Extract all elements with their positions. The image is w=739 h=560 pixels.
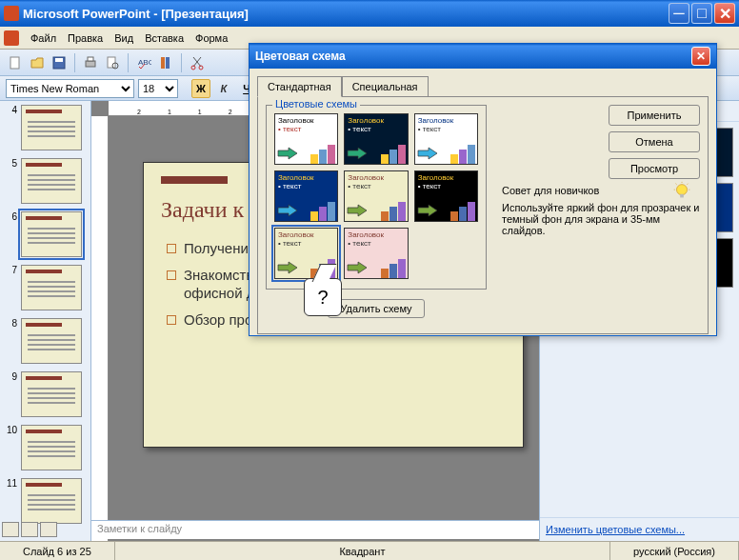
maximize-button[interactable]: □ <box>691 3 712 24</box>
tab-custom[interactable]: Специальная <box>342 76 429 96</box>
slide-thumbnail[interactable]: 6 <box>4 211 87 257</box>
open-button[interactable] <box>28 53 47 72</box>
app-icon <box>4 6 19 21</box>
slide-thumbnail[interactable]: 7 <box>4 265 87 310</box>
save-button[interactable] <box>50 53 69 72</box>
preview-button[interactable]: Просмотр <box>609 158 700 179</box>
slide-thumbnail[interactable]: 5 <box>4 158 87 204</box>
apply-button[interactable]: Применить <box>609 105 700 126</box>
svg-rect-3 <box>86 61 95 67</box>
tab-page: Цветовые схемы Заголовок• текст Заголово… <box>257 96 709 334</box>
menu-file[interactable]: Файл <box>25 30 62 46</box>
fieldset-legend: Цветовые схемы <box>272 98 360 110</box>
slide-panel[interactable]: 4567891011 <box>0 101 91 541</box>
titlebar: Microsoft PowerPoint - [Презентация] ─ □… <box>0 0 739 27</box>
dialog-title: Цветовая схема <box>255 50 346 63</box>
font-size-select[interactable]: 18 <box>138 79 178 98</box>
notes-pane[interactable]: Заметки к слайду <box>91 520 539 539</box>
menu-view[interactable]: Вид <box>109 30 139 46</box>
dialog-close-button[interactable]: ✕ <box>691 47 710 66</box>
menu-insert[interactable]: Вставка <box>139 30 190 46</box>
color-scheme-option[interactable]: Заголовок• текст <box>344 113 408 165</box>
svg-rect-0 <box>10 57 19 69</box>
cut-button[interactable] <box>188 53 207 72</box>
vertical-ruler <box>91 116 109 541</box>
minimize-button[interactable]: ─ <box>669 3 689 24</box>
slide-title[interactable]: Задачи к <box>161 197 244 223</box>
help-callout[interactable]: ? <box>304 278 342 316</box>
doc-icon <box>4 30 19 46</box>
color-scheme-option[interactable]: Заголовок• текст <box>344 170 408 222</box>
color-scheme-option[interactable]: Заголовок• текст <box>414 113 478 165</box>
color-scheme-option[interactable]: Заголовок• текст <box>414 170 478 222</box>
delete-scheme-button[interactable]: Удалить схему <box>328 299 424 318</box>
tip-box: Совет для новичков Используйте яркий фон… <box>502 185 702 236</box>
svg-rect-8 <box>161 57 165 69</box>
color-scheme-dialog: Цветовая схема ✕ Стандартная Специальная… <box>249 43 717 336</box>
color-scheme-option[interactable]: Заголовок• текст <box>344 228 408 279</box>
slide-accent-bar <box>161 176 228 184</box>
tip-body: Используйте яркий фон для прозрачек и те… <box>502 202 702 236</box>
dialog-buttons: Применить Отмена Просмотр <box>609 105 700 179</box>
font-name-select[interactable]: Times New Roman <box>6 79 134 98</box>
menu-format[interactable]: Форма <box>190 30 233 46</box>
normal-view-button[interactable] <box>2 522 19 537</box>
preview-button[interactable] <box>103 53 122 72</box>
edit-schemes-link[interactable]: Изменить цветовые схемы... <box>540 517 739 541</box>
slide-thumbnail[interactable]: 8 <box>4 318 87 364</box>
svg-rect-4 <box>88 57 93 61</box>
svg-rect-5 <box>108 57 115 68</box>
slide-thumbnail[interactable]: 9 <box>4 371 87 417</box>
cancel-button[interactable]: Отмена <box>609 131 700 152</box>
research-button[interactable] <box>156 53 175 72</box>
svg-rect-2 <box>55 58 63 62</box>
svg-point-12 <box>677 185 688 195</box>
dialog-titlebar[interactable]: Цветовая схема ✕ <box>250 44 716 69</box>
slideshow-button[interactable] <box>40 522 57 537</box>
status-slide-number: Слайд 6 из 25 <box>0 542 115 560</box>
view-buttons <box>2 522 57 539</box>
sorter-view-button[interactable] <box>21 522 38 537</box>
status-language: русский (Россия) <box>610 542 739 560</box>
close-button[interactable]: ✕ <box>714 3 735 24</box>
tab-standard[interactable]: Стандартная <box>257 76 342 97</box>
menu-edit[interactable]: Правка <box>62 30 109 46</box>
slide-thumbnail[interactable]: 4 <box>4 105 87 150</box>
dialog-tabs: Стандартная Специальная <box>257 76 709 96</box>
bold-button[interactable]: Ж <box>191 79 210 98</box>
status-template: Квадрант <box>115 542 610 560</box>
print-button[interactable] <box>81 53 100 72</box>
slide-thumbnail[interactable]: 10 <box>4 425 87 470</box>
spelling-button[interactable]: ABC <box>134 53 153 72</box>
color-scheme-option[interactable]: Заголовок• текст <box>274 113 338 165</box>
new-button[interactable] <box>6 53 25 72</box>
schemes-fieldset: Цветовые схемы Заголовок• текст Заголово… <box>266 105 487 290</box>
italic-button[interactable]: К <box>214 79 233 98</box>
svg-rect-9 <box>166 57 170 69</box>
svg-text:ABC: ABC <box>138 58 151 67</box>
slide-thumbnail[interactable]: 11 <box>4 478 87 524</box>
window-title: Microsoft PowerPoint - [Презентация] <box>23 7 667 21</box>
status-bar: Слайд 6 из 25 Квадрант русский (Россия) <box>0 541 739 560</box>
lightbulb-icon <box>671 181 692 202</box>
color-scheme-option[interactable]: Заголовок• текст <box>274 170 338 222</box>
svg-rect-13 <box>680 194 684 198</box>
